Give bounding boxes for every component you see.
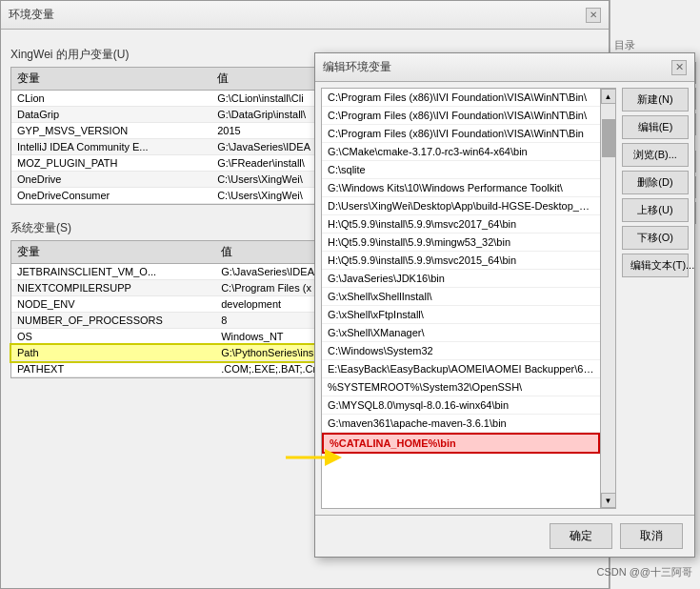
edit-buttons-panel: 新建(N) 编辑(E) 浏览(B)... 删除(D) 上移(U) 下移(O) 编… — [622, 88, 689, 509]
path-list-item[interactable]: H:\Qt5.9.9\install\5.9.9\msvc2017_64\bin — [322, 215, 600, 234]
path-list-item[interactable]: C:\Program Files (x86)\IVI Foundation\VI… — [322, 125, 600, 143]
scrollbar-up-arrow[interactable]: ▲ — [601, 89, 616, 104]
edit-dialog-body: C:\Program Files (x86)\IVI Foundation\VI… — [315, 82, 694, 515]
edit-new-btn[interactable]: 新建(N) — [622, 88, 689, 112]
path-list-item[interactable]: H:\Qt5.9.9\install\5.9.9\mingw53_32\bin — [322, 234, 600, 252]
env-window-titlebar: 环境变量 ✕ — [1, 1, 609, 30]
path-list: C:\Program Files (x86)\IVI Foundation\VI… — [322, 89, 600, 508]
edit-browse-btn[interactable]: 浏览(B)... — [622, 143, 689, 167]
user-row-name: DataGrip — [11, 107, 211, 123]
edit-delete-btn[interactable]: 删除(D) — [622, 171, 689, 194]
edit-env-dialog: 编辑环境变量 ✕ C:\Program Files (x86)\IVI Foun… — [314, 52, 695, 558]
edit-dialog-title: 编辑环境变量 — [323, 59, 391, 75]
path-list-item[interactable]: %CATALINA_HOME%\bin — [322, 433, 600, 454]
user-row-name: OneDrive — [11, 172, 211, 188]
path-list-item[interactable]: G:\Windows Kits\10\Windows Performance T… — [322, 179, 600, 197]
edit-move-up-btn[interactable]: 上移(U) — [622, 198, 689, 222]
watermark: CSDN @@十三阿哥 — [596, 565, 692, 579]
sys-row-name: NUMBER_OF_PROCESSORS — [11, 313, 215, 329]
path-list-item[interactable]: E:\EasyBack\EasyBackup\AOMEI\AOMEI Backu… — [322, 360, 600, 378]
edit-dialog-cancel-btn[interactable]: 取消 — [620, 523, 683, 549]
path-list-item[interactable]: G:\maven361\apache-maven-3.6.1\bin — [322, 415, 600, 433]
path-list-item[interactable]: G:\CMake\cmake-3.17.0-rc3-win64-x64\bin — [322, 143, 600, 161]
edit-dialog-ok-btn[interactable]: 确定 — [550, 523, 612, 549]
path-scrollbar[interactable]: ▲ ▼ — [600, 89, 615, 508]
path-list-item[interactable]: D:\Users\XingWei\Desktop\App\build-HGSE-… — [322, 197, 600, 215]
sys-row-name: PATHEXT — [11, 361, 215, 377]
sys-row-name: Path — [11, 345, 215, 361]
path-list-item[interactable]: G:\JavaSeries\JDK16\bin — [322, 270, 600, 288]
sys-row-name: NODE_ENV — [11, 296, 215, 313]
edit-move-down-btn[interactable]: 下移(O) — [622, 226, 689, 250]
path-list-item[interactable]: %SYSTEMROOT%\System32\OpenSSH\ — [322, 378, 600, 396]
path-list-item[interactable]: C:\sqlite — [322, 161, 600, 179]
path-list-item[interactable]: H:\Qt5.9.9\install\5.9.9\msvc2015_64\bin — [322, 252, 600, 270]
path-list-item[interactable]: C:\Windows\System32 — [322, 342, 600, 360]
path-list-wrapper: C:\Program Files (x86)\IVI Foundation\VI… — [321, 88, 616, 509]
user-row-name: IntelliJ IDEA Community E... — [11, 139, 211, 155]
path-list-item[interactable]: G:\xShell\xShellInstall\ — [322, 288, 600, 306]
path-arrow-indicator — [286, 448, 343, 467]
edit-dialog-footer: 确定 取消 — [315, 515, 694, 557]
scrollbar-thumb[interactable] — [602, 119, 615, 157]
path-list-item[interactable]: G:\xShell\xFtpInstall\ — [322, 306, 600, 324]
user-row-name: MOZ_PLUGIN_PATH — [11, 155, 211, 172]
env-window-close[interactable]: ✕ — [586, 8, 601, 23]
user-row-name: GYP_MSVS_VERSION — [11, 123, 211, 139]
right-panel-label: 目录 — [614, 38, 696, 52]
sys-row-name: OS — [11, 329, 215, 345]
edit-edit-btn[interactable]: 编辑(E) — [622, 115, 689, 139]
path-list-item[interactable]: C:\Program Files (x86)\IVI Foundation\VI… — [322, 89, 600, 107]
edit-dialog-close-btn[interactable]: ✕ — [671, 60, 687, 75]
path-list-item[interactable]: G:\xShell\XManager\ — [322, 324, 600, 342]
path-list-item[interactable]: C:\Program Files (x86)\IVI Foundation\VI… — [322, 107, 600, 125]
scrollbar-down-arrow[interactable]: ▼ — [601, 493, 616, 508]
user-row-name: OneDriveConsumer — [11, 188, 211, 204]
path-list-item[interactable]: G:\MYSQL8.0\mysql-8.0.16-winx64\bin — [322, 396, 600, 415]
edit-text-btn[interactable]: 编辑文本(T)... — [622, 254, 689, 277]
user-row-name: CLion — [11, 91, 211, 107]
user-col-name-header: 变量 — [11, 68, 211, 91]
sys-row-name: NIEXTCOMPILERSUPP — [11, 280, 215, 296]
sys-row-name: JETBRAINSCLIENT_VM_O... — [11, 264, 215, 280]
sys-col-name-header: 变量 — [11, 241, 215, 264]
edit-dialog-titlebar: 编辑环境变量 ✕ — [315, 53, 694, 82]
env-window-title: 环境变量 — [9, 7, 54, 23]
